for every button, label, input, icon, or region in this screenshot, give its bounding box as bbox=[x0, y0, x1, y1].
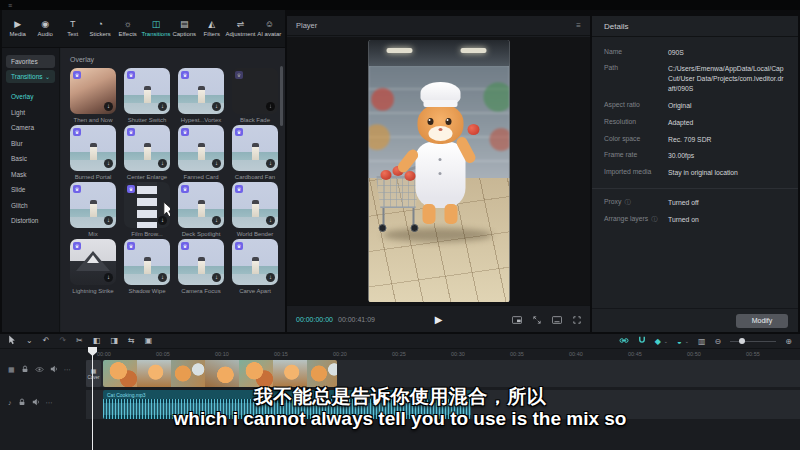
chevron-down-icon[interactable]: ⌄ bbox=[685, 338, 689, 344]
app-menu-icon[interactable]: ≡ bbox=[8, 2, 12, 9]
toolbar-tab-media[interactable]: ▶Media bbox=[4, 20, 31, 37]
modify-button[interactable]: Modify bbox=[736, 314, 788, 328]
transition-item-cardboard-fan[interactable]: ♛↓Cardboard Fan bbox=[232, 125, 278, 182]
zoom-out-icon[interactable]: ⊖ bbox=[715, 337, 722, 346]
sidebar-item-light[interactable]: Light bbox=[2, 105, 59, 121]
zoom-in-icon[interactable]: ⊕ bbox=[785, 337, 792, 346]
toolbar-tab-transitions[interactable]: ◫Transitions bbox=[141, 20, 170, 37]
split-icon[interactable]: ✂ bbox=[76, 336, 83, 346]
more-icon[interactable]: ⋯ bbox=[64, 366, 71, 374]
crop-icon[interactable]: ▣ bbox=[145, 336, 153, 346]
tomato bbox=[380, 170, 391, 180]
select-tool-icon[interactable] bbox=[8, 335, 16, 348]
captions-icon: ▤ bbox=[180, 20, 189, 29]
transition-item-then-and-now[interactable]: ♛↓Then and Now bbox=[70, 68, 116, 125]
redo-icon[interactable]: ↷ bbox=[59, 336, 66, 346]
transition-item-film-brow-[interactable]: ♛↓Film Brow... bbox=[124, 182, 170, 239]
toolbar-tab-label: Text bbox=[67, 31, 78, 37]
transition-item-hypest-vortex[interactable]: ♛↓Hypest...Vortex bbox=[178, 68, 224, 125]
transition-item-world-bender[interactable]: ♛↓World Bender bbox=[232, 182, 278, 239]
transition-item-camera-focus[interactable]: ♛↓Camera Focus bbox=[178, 239, 224, 296]
link-clips-icon[interactable] bbox=[619, 337, 629, 346]
toolbar-tab-label: Audio bbox=[38, 31, 53, 37]
auto-snap-icon[interactable]: ◒ bbox=[677, 337, 682, 346]
sidebar-item-mask[interactable]: Mask bbox=[2, 167, 59, 183]
video-clip[interactable] bbox=[103, 360, 337, 387]
details-row-frame-rate: Frame rate30.00fps bbox=[592, 148, 798, 165]
lock-icon[interactable] bbox=[21, 365, 29, 375]
grid-scrollbar[interactable] bbox=[280, 66, 283, 126]
transition-item-center-enlarge[interactable]: ♛↓Center Enlarge bbox=[124, 125, 170, 182]
download-icon: ↓ bbox=[158, 159, 167, 168]
timeline-zoom-slider[interactable] bbox=[730, 337, 776, 345]
zoom-slider-thumb[interactable] bbox=[739, 338, 745, 344]
toolbar-tab-adjustment[interactable]: ⇌Adjustment bbox=[226, 20, 256, 37]
toolbar-tab-text[interactable]: TText bbox=[59, 20, 86, 37]
toolbar-tab-captions[interactable]: ▤Captions bbox=[171, 20, 198, 37]
trim-right-icon[interactable]: ◨ bbox=[110, 336, 118, 346]
magnet-icon[interactable] bbox=[638, 336, 646, 346]
transition-item-burned-portal[interactable]: ♛↓Burned Portal bbox=[70, 125, 116, 182]
toolbar-tab-effects[interactable]: ☼Effects bbox=[114, 20, 141, 37]
sidebar-item-slide[interactable]: Slide bbox=[2, 182, 59, 198]
reverse-icon[interactable]: ⇆ bbox=[128, 336, 135, 346]
chevron-down-icon[interactable]: ⌄ bbox=[664, 338, 668, 344]
player-menu-icon[interactable]: ≡ bbox=[576, 21, 581, 30]
sidebar-item-overlay[interactable]: Overlay bbox=[2, 89, 59, 105]
toolbar-tab-label: Filters bbox=[204, 31, 220, 37]
sidebar-item-transitions[interactable]: Transitions ⌄ bbox=[6, 70, 55, 83]
field-value: Adapted bbox=[668, 118, 693, 128]
preview-image bbox=[368, 40, 509, 302]
preview-strip-icon[interactable]: ▥ bbox=[698, 337, 706, 346]
sidebar-item-blur[interactable]: Blur bbox=[2, 136, 59, 152]
undo-icon[interactable]: ↶ bbox=[43, 336, 50, 346]
cat-eye bbox=[427, 118, 433, 125]
transition-item-fanned-card[interactable]: ♛↓Fanned Card bbox=[178, 125, 224, 182]
transition-thumbnail: ♛↓ bbox=[124, 125, 170, 171]
transition-item-lightning-strike[interactable]: ♛↓Lightning Strike bbox=[70, 239, 116, 296]
cart-wheel bbox=[410, 224, 418, 232]
toolbar-tab-label: Media bbox=[10, 31, 26, 37]
transition-item-shadow-wipe[interactable]: ♛↓Shadow Wipe bbox=[124, 239, 170, 296]
sidebar-item-favorites[interactable]: Favorites bbox=[6, 55, 55, 68]
transition-thumbnail: ♛↓ bbox=[124, 182, 170, 228]
preview-canvas[interactable] bbox=[287, 37, 590, 305]
hide-icon[interactable] bbox=[35, 366, 44, 375]
trim-left-icon[interactable]: ◧ bbox=[93, 336, 101, 346]
timeline-ruler[interactable]: 00:0000:0500:1000:1500:2000:2500:3000:35… bbox=[0, 349, 800, 359]
transition-item-deck-spotlight[interactable]: ♛↓Deck Spotlight bbox=[178, 182, 224, 239]
stickers-icon: ◔ bbox=[97, 20, 102, 29]
cover-button[interactable]: ▦ Cover bbox=[86, 360, 101, 387]
info-icon[interactable]: ⓘ bbox=[624, 198, 630, 206]
chevron-down-icon[interactable]: ⌄ bbox=[26, 336, 33, 346]
ruler-tick-label: 00:55 bbox=[746, 351, 760, 357]
track-type-icon[interactable]: ▦ bbox=[8, 366, 15, 374]
capcut-app: ≡ ▶Media◉AudioTText◔Stickers☼Effects◫Tra… bbox=[0, 0, 800, 450]
toolbar-tab-audio[interactable]: ◉Audio bbox=[31, 20, 58, 37]
transition-item-mix[interactable]: ♛↓Mix bbox=[70, 182, 116, 239]
transition-thumbnail: ♛↓ bbox=[178, 125, 224, 171]
setting-label: Proxyⓘ bbox=[604, 198, 668, 208]
toolbar-tab-stickers[interactable]: ◔Stickers bbox=[86, 20, 113, 37]
transition-name: Black Fade bbox=[229, 117, 281, 123]
sidebar-item-basic[interactable]: Basic bbox=[2, 151, 59, 167]
transition-item-carve-apart[interactable]: ♛↓Carve Apart bbox=[232, 239, 278, 296]
transition-item-black-fade[interactable]: ♛↓Black Fade bbox=[232, 68, 278, 125]
play-button[interactable]: ▶ bbox=[435, 314, 443, 325]
scale-icon[interactable] bbox=[533, 310, 541, 328]
keyframe-icon[interactable]: ◆ bbox=[655, 337, 661, 346]
transition-name: Carve Apart bbox=[229, 288, 281, 294]
fullscreen-icon[interactable] bbox=[573, 310, 581, 328]
sidebar-item-camera[interactable]: Camera bbox=[2, 120, 59, 136]
info-icon[interactable]: ⓘ bbox=[651, 215, 657, 223]
ratio-icon[interactable] bbox=[552, 310, 562, 328]
mute-icon[interactable] bbox=[50, 365, 58, 375]
toolbar-tab-ai-avatar[interactable]: ☺AI avatar bbox=[256, 20, 283, 37]
sidebar-item-distortion[interactable]: Distortion bbox=[2, 213, 59, 229]
toolbar-tab-filters[interactable]: ◭Filters bbox=[198, 20, 225, 37]
sidebar-item-glitch[interactable]: Glitch bbox=[2, 198, 59, 214]
download-icon: ↓ bbox=[266, 273, 275, 282]
field-label: Path bbox=[604, 64, 668, 94]
pip-icon[interactable] bbox=[512, 310, 522, 328]
transition-item-shutter-switch[interactable]: ♛↓Shutter Switch bbox=[124, 68, 170, 125]
